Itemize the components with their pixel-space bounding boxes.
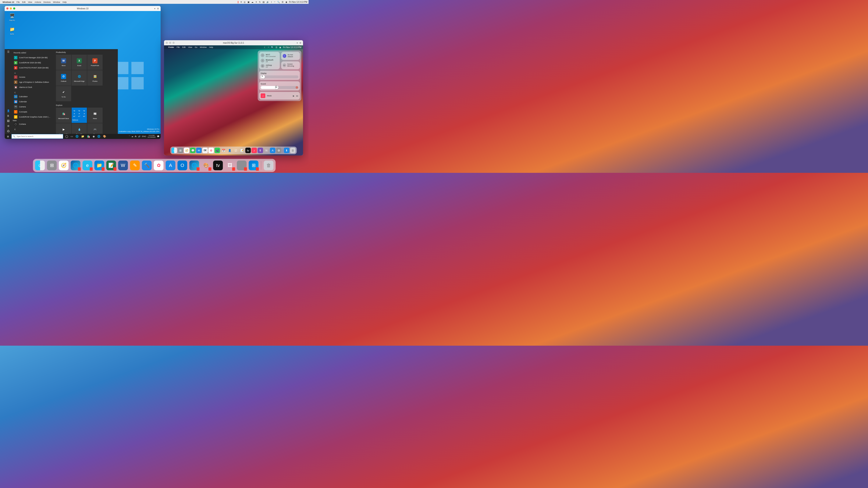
host-menu-help[interactable]: Help: [63, 1, 67, 3]
dock-item-photos[interactable]: ✿: [209, 148, 214, 153]
next-icon[interactable]: ⏭: [296, 95, 299, 97]
dock-item-windows-paint[interactable]: 🎨: [201, 161, 211, 170]
dock-item-photos[interactable]: ✿: [154, 161, 164, 170]
host-menu-devices[interactable]: Devices: [43, 1, 51, 3]
view-mode-icon[interactable]: ▾: [297, 42, 298, 44]
sur-menu-edit[interactable]: Edit: [182, 46, 186, 48]
start-app-item[interactable]: ♜ Age of Empires II: Definitive Edition: [13, 79, 53, 85]
start-tile[interactable]: 🌐 Microsoft Edge: [72, 70, 87, 86]
start-tile[interactable]: 💧 Paint 3D: [72, 123, 87, 134]
start-tiles[interactable]: Productivity W Word X Excel P PowerPoint…: [54, 49, 118, 134]
sur-menu-go[interactable]: Go: [195, 46, 197, 48]
dock-item-tv[interactable]: tv: [213, 161, 223, 170]
dock-item-launchpad[interactable]: ⊞: [178, 148, 183, 153]
dock-item-edge[interactable]: 🌐: [71, 161, 81, 170]
dock-item-trash[interactable]: 🗑: [290, 148, 296, 153]
start-tile[interactable]: P PowerPoint: [87, 55, 102, 70]
tile-group-header[interactable]: Explore: [56, 104, 116, 106]
start-app-item[interactable]: ◯ Cortana: [13, 122, 53, 127]
user-avatar-icon[interactable]: 👤: [7, 109, 10, 112]
start-tile[interactable]: 🛍️ Microsoft Store: [56, 107, 71, 123]
start-tile[interactable]: 🖼️ Photos: [87, 70, 102, 86]
host-menu-view[interactable]: View: [28, 1, 32, 3]
cortana-icon[interactable]: ◯: [65, 135, 68, 138]
dock-item-podcasts[interactable]: 🎙: [258, 148, 263, 153]
start-tile[interactable]: ▶ Movies & TV: [56, 123, 71, 134]
hamburger-icon[interactable]: ☰: [7, 51, 9, 53]
dock-item-tv[interactable]: tv: [245, 148, 251, 153]
host-menu-actions[interactable]: Actions: [35, 1, 41, 3]
start-tile[interactable]: X Excel: [72, 55, 87, 70]
start-app-item[interactable]: f Corel Font Manager 2020 (64-Bit): [13, 55, 53, 60]
dock-item-reminders[interactable]: ☑: [233, 148, 239, 153]
sur-menu-window[interactable]: Window: [200, 46, 207, 48]
taskbar-search[interactable]: 🔍: [11, 134, 63, 139]
dock-item-outlook[interactable]: O: [178, 161, 187, 170]
start-app-item[interactable]: ◉ CorelDRAW 2020 (64-Bit): [13, 60, 53, 65]
status-icon-2[interactable]: ▣: [248, 1, 249, 3]
start-app-item[interactable]: 🧮 Calculator: [13, 94, 53, 99]
dropbox-icon[interactable]: ⧈: [241, 1, 242, 3]
dock-item-calendar[interactable]: 📅: [221, 148, 226, 153]
notifications-icon[interactable]: 💬: [157, 135, 159, 137]
dock-item-music[interactable]: ♪: [252, 148, 257, 153]
spotlight-icon[interactable]: 🔍: [271, 46, 274, 48]
dock-item-notes[interactable]: 📝: [239, 148, 245, 153]
sur-app-name[interactable]: Finder: [168, 46, 174, 48]
desktop-icon-this-pc[interactable]: 🖥️ This PC: [7, 12, 18, 22]
host-menu-file[interactable]: File: [17, 1, 20, 3]
sound-output-icon[interactable]: [296, 86, 298, 89]
start-tile[interactable]: O Outlook: [56, 70, 71, 86]
parallels-icon[interactable]: ‖: [238, 1, 239, 3]
tray-onedrive-icon[interactable]: ☁: [131, 135, 133, 137]
edge-dev-icon[interactable]: 🌐: [97, 135, 100, 138]
status-icon-3[interactable]: ✶: [255, 1, 257, 3]
dock-item-word[interactable]: W: [118, 161, 128, 170]
dock-item-windows-logo[interactable]: ⊞: [249, 161, 258, 170]
power-icon[interactable]: ⏻: [7, 130, 9, 133]
status-icon-1[interactable]: ◎: [244, 1, 246, 3]
host-clock[interactable]: Fri Nov 13 3:13 PM: [289, 1, 307, 3]
desktop-icon-user-folder[interactable]: 📁 kurts: [7, 26, 18, 35]
play-icon[interactable]: ▶: [293, 95, 294, 97]
sur-clock[interactable]: Fri Nov 13 3:13 PM: [283, 46, 301, 48]
big-sur-desktop[interactable]: Finder File Edit View Go Window Help ☾ ⌔…: [164, 45, 303, 156]
wifi-icon[interactable]: ⌔: [274, 1, 275, 3]
dock-item-news[interactable]: N: [264, 148, 269, 153]
siri-icon[interactable]: ◉: [285, 1, 287, 3]
dock-item-edge2[interactable]: 🌐: [189, 161, 199, 170]
cc-wifi[interactable]: ⌔ Wi-FiNot Connected: [261, 53, 278, 57]
dock-item-trash[interactable]: 🗑: [264, 161, 274, 170]
time-machine-icon[interactable]: ↻: [259, 1, 261, 3]
start-tile[interactable]: 🎮 Play: [87, 123, 102, 134]
tray-chevron-icon[interactable]: ˄: [129, 135, 130, 137]
dock-item-windows-explorer[interactable]: 📁: [94, 161, 104, 170]
start-app-item[interactable]: 📁 CorelDRAW Graphics Suite 2020 (…: [13, 115, 53, 120]
bluetooth-icon[interactable]: ᚼ: [271, 1, 272, 3]
cc-music[interactable]: ♪ Music ▶ ⏭: [259, 92, 300, 100]
dock-item-pages[interactable]: ✎: [130, 161, 140, 170]
start-app-item[interactable]: 📅 Calendar: [13, 99, 53, 104]
host-menu-window[interactable]: Window: [53, 1, 60, 3]
documents-icon[interactable]: 🗎: [7, 115, 9, 117]
dock-item-finder[interactable]: ☺: [172, 148, 177, 153]
sur-menu-help[interactable]: Help: [209, 46, 213, 48]
dock-item-mail[interactable]: ✉: [196, 148, 202, 153]
windows-desktop[interactable]: 🖥️ This PC 📁 kurts Windows 10 Pro Evalua…: [5, 11, 161, 139]
settings-gear-icon[interactable]: ⚙: [157, 7, 159, 10]
dock-item-launchpad[interactable]: ⊞: [47, 161, 57, 170]
start-app-item[interactable]: ⏰ Alarms & Clock: [13, 85, 53, 90]
dock-item-safari[interactable]: 🧭: [184, 148, 189, 153]
dock-item-downloads[interactable]: ⬇: [284, 148, 289, 153]
start-apps-list[interactable]: Recently added f Corel Font Manager 2020…: [12, 49, 54, 134]
wifi-icon[interactable]: ⌔: [268, 46, 269, 48]
dock-item-preview[interactable]: 🖼: [225, 161, 235, 170]
dock-item-maps[interactable]: 🗺: [203, 148, 208, 153]
start-app-item[interactable]: A Access: [13, 74, 53, 79]
spotlight-icon[interactable]: 🔍: [277, 1, 280, 3]
dock-item-messages[interactable]: 💬: [190, 148, 195, 153]
edge-taskbar-icon[interactable]: 🌐: [75, 135, 79, 138]
cloud-icon[interactable]: ☁: [251, 1, 253, 3]
dock-item-contacts[interactable]: 👤: [227, 148, 232, 153]
host-menu-edit[interactable]: Edit: [22, 1, 25, 3]
